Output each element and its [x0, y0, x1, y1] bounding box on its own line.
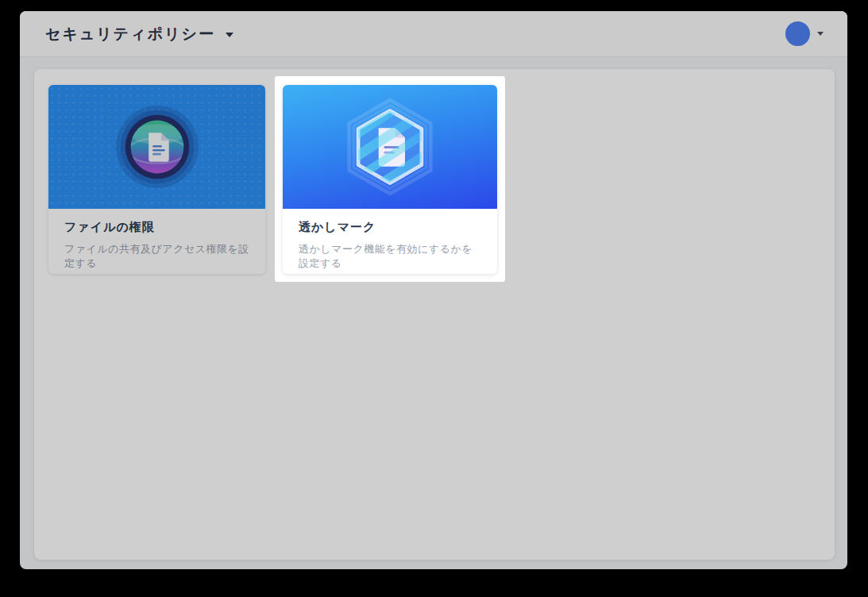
- card-title: 透かしマーク: [299, 220, 481, 235]
- hexagon-watermark-icon: [330, 87, 449, 207]
- card-body: ファイルの権限 ファイルの共有及びアクセス権限を設定する: [48, 209, 265, 271]
- sphere-document-icon: [114, 104, 200, 190]
- card-title: ファイルの権限: [64, 220, 249, 235]
- header-bar: セキュリティポリシー: [20, 11, 847, 57]
- chevron-down-icon[interactable]: [817, 32, 824, 36]
- user-avatar[interactable]: [785, 21, 810, 46]
- policy-cards-row: ファイルの権限 ファイルの共有及びアクセス権限を設定する: [48, 85, 820, 274]
- content-area: ファイルの権限 ファイルの共有及びアクセス権限を設定する: [20, 57, 847, 569]
- cards-panel: ファイルの権限 ファイルの共有及びアクセス権限を設定する: [34, 69, 835, 560]
- watermark-illustration: [283, 85, 497, 209]
- card-watermark[interactable]: 透かしマーク 透かしマーク機能を有効にするかを設定する: [283, 85, 497, 274]
- page-title-dropdown[interactable]: セキュリティポリシー: [45, 24, 233, 44]
- card-body: 透かしマーク 透かしマーク機能を有効にするかを設定する: [283, 209, 497, 271]
- account-menu[interactable]: [785, 21, 824, 46]
- card-description: ファイルの共有及びアクセス権限を設定する: [64, 242, 249, 271]
- chevron-down-icon: [226, 33, 233, 37]
- file-permissions-illustration: [48, 85, 265, 209]
- page-title: セキュリティポリシー: [45, 24, 215, 44]
- card-file-permissions[interactable]: ファイルの権限 ファイルの共有及びアクセス権限を設定する: [48, 85, 265, 274]
- tutorial-spotlight: 透かしマーク 透かしマーク機能を有効にするかを設定する: [275, 76, 505, 282]
- card-description: 透かしマーク機能を有効にするかを設定する: [299, 242, 481, 271]
- security-policy-window: セキュリティポリシー: [20, 11, 847, 569]
